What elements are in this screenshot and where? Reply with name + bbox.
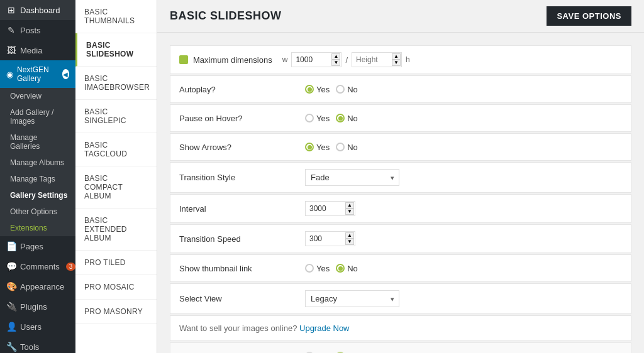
- middle-basic-extended-album[interactable]: BASIC EXTENDED ALBUM: [75, 209, 157, 251]
- submenu-gallery-settings[interactable]: Gallery Settings: [0, 187, 75, 204]
- width-letter: w: [282, 55, 288, 64]
- height-input-wrapper: ▲ ▼: [352, 52, 402, 67]
- thumb-no-radio[interactable]: [336, 264, 345, 273]
- interval-row: Interval ▲ ▼: [170, 194, 631, 223]
- interval-spinners: ▲ ▼: [345, 201, 354, 216]
- middle-basic-imagebrowser[interactable]: BASIC IMAGEBROWSER: [75, 67, 157, 100]
- pages-icon: 📄: [6, 241, 16, 251]
- submenu-manage-tags[interactable]: Manage Tags: [0, 171, 75, 187]
- transition-style-select[interactable]: Fade Slide Zoom: [305, 169, 399, 186]
- submenu-manage-albums[interactable]: Manage Albums: [0, 155, 75, 171]
- arrows-no-radio[interactable]: [336, 143, 345, 151]
- interval-control: ▲ ▼: [305, 201, 622, 216]
- transition-speed-input-wrapper: ▲ ▼: [305, 231, 355, 246]
- sidebar-item-appearance[interactable]: 🎨 Appearance: [0, 276, 75, 296]
- show-arrows-label: Show Arrows?: [179, 143, 305, 152]
- transition-speed-label: Transition Speed: [179, 234, 305, 244]
- upgrade-row: Want to sell your images online? Upgrade…: [170, 315, 631, 341]
- sidebar-item-plugins[interactable]: 🔌 Plugins: [0, 296, 75, 317]
- sidebar-item-media[interactable]: 🖼 Media: [0, 40, 75, 60]
- pause-no-label[interactable]: No: [336, 114, 358, 123]
- transition-speed-up-btn[interactable]: ▲: [345, 232, 354, 239]
- autoplay-no-radio[interactable]: [336, 85, 345, 94]
- sidebar-item-pages[interactable]: 📄 Pages: [0, 236, 75, 256]
- interval-label: Interval: [179, 204, 305, 214]
- sidebar-item-dashboard[interactable]: ⊞ Dashboard: [0, 0, 75, 20]
- interval-up-btn[interactable]: ▲: [345, 202, 354, 209]
- select-view-select-wrapper: Legacy Default: [305, 290, 399, 307]
- max-dimensions-checkbox[interactable]: [179, 55, 188, 64]
- middle-basic-singlepic[interactable]: BASIC SINGLEPIC: [75, 100, 157, 133]
- autoplay-control: Yes No: [305, 85, 622, 94]
- transition-style-label: Transition Style: [179, 173, 305, 182]
- thumb-yes-label[interactable]: Yes: [305, 264, 330, 273]
- main-content: BASIC SLIDESHOW SAVE OPTIONS Maximum dim…: [157, 0, 644, 353]
- submenu-extensions[interactable]: Extensions: [0, 220, 75, 236]
- comments-badge: 3: [66, 263, 75, 271]
- nextgen-badge: ◀: [62, 69, 69, 79]
- show-arrows-control: Yes No: [305, 143, 622, 152]
- arrows-yes-label[interactable]: Yes: [305, 143, 330, 152]
- submenu-add-gallery[interactable]: Add Gallery / Images: [0, 104, 75, 129]
- select-view-label: Select View: [179, 294, 305, 303]
- comments-icon: 💬: [6, 261, 16, 271]
- thumb-no-label[interactable]: No: [336, 264, 358, 273]
- show-arrows-row: Show Arrows? Yes No: [170, 133, 631, 161]
- sidebar-item-posts[interactable]: ✎ Posts: [0, 20, 75, 40]
- autoplay-no-label[interactable]: No: [336, 85, 358, 94]
- sidebar-item-users[interactable]: 👤 Users: [0, 317, 75, 337]
- pause-hover-row: Pause on Hover? Yes No: [170, 104, 631, 132]
- dashboard-icon: ⊞: [6, 5, 16, 15]
- pause-yes-label[interactable]: Yes: [305, 114, 330, 123]
- interval-input-wrapper: ▲ ▼: [305, 201, 355, 216]
- middle-pro-mosaic[interactable]: PRO MOSAIC: [75, 275, 157, 300]
- submenu-other-options[interactable]: Other Options: [0, 204, 75, 220]
- transition-speed-spinners: ▲ ▼: [345, 231, 354, 246]
- autoplay-label: Autoplay?: [179, 85, 305, 94]
- middle-pro-masonry[interactable]: PRO MASONRY: [75, 300, 157, 324]
- page-title: BASIC SLIDESHOW: [170, 9, 282, 23]
- transition-style-select-wrapper: Fade Slide Zoom: [305, 169, 399, 186]
- tools-icon: 🔧: [6, 342, 16, 352]
- enable-ecommerce-row: Enable Ecommerce? Yes No: [170, 342, 631, 353]
- show-thumb-link-row: Show thumbnail link Yes No: [170, 254, 631, 282]
- plugins-icon: 🔌: [6, 301, 16, 312]
- width-spinners: ▲ ▼: [331, 52, 340, 67]
- select-view-select[interactable]: Legacy Default: [305, 290, 399, 307]
- submenu-overview[interactable]: Overview: [0, 88, 75, 104]
- interval-down-btn[interactable]: ▼: [345, 209, 354, 215]
- sidebar-item-comments[interactable]: 💬 Comments 3: [0, 256, 75, 276]
- middle-pro-tiled[interactable]: PRO TILED: [75, 251, 157, 275]
- save-options-button[interactable]: SAVE OPTIONS: [547, 6, 631, 26]
- thumb-yes-radio[interactable]: [305, 264, 314, 273]
- media-icon: 🖼: [6, 45, 16, 55]
- transition-speed-down-btn[interactable]: ▼: [345, 239, 354, 245]
- middle-basic-compact-album[interactable]: BASIC COMPACT ALBUM: [75, 166, 157, 209]
- transition-speed-row: Transition Speed ▲ ▼: [170, 224, 631, 253]
- submenu-manage-galleries[interactable]: Manage Galleries: [0, 129, 75, 155]
- width-down-btn[interactable]: ▼: [331, 60, 340, 66]
- width-up-btn[interactable]: ▲: [331, 53, 340, 60]
- upgrade-now-link[interactable]: Upgrade Now: [299, 323, 350, 333]
- users-icon: 👤: [6, 322, 16, 332]
- height-down-btn[interactable]: ▼: [392, 60, 401, 66]
- middle-basic-thumbnails[interactable]: BASIC THUMBNAILS: [75, 0, 157, 33]
- autoplay-yes-label[interactable]: Yes: [305, 85, 330, 94]
- sidebar-item-nextgen[interactable]: ◉ NextGEN Gallery ◀: [0, 60, 75, 88]
- arrows-no-label[interactable]: No: [336, 143, 358, 152]
- pause-yes-radio[interactable]: [305, 114, 314, 122]
- transition-speed-control: ▲ ▼: [305, 231, 622, 246]
- height-up-btn[interactable]: ▲: [392, 53, 401, 60]
- separator: /: [345, 55, 348, 65]
- arrows-yes-radio[interactable]: [305, 143, 314, 151]
- middle-basic-tagcloud[interactable]: BASIC TAGCLOUD: [75, 133, 157, 166]
- select-view-row: Select View Legacy Default: [170, 283, 631, 314]
- sidebar-item-tools[interactable]: 🔧 Tools: [0, 337, 75, 353]
- nextgen-icon: ◉: [6, 70, 13, 79]
- height-spinners: ▲ ▼: [392, 52, 401, 67]
- transition-style-row: Transition Style Fade Slide Zoom: [170, 162, 631, 193]
- middle-basic-slideshow[interactable]: BASIC SLIDESHOW: [75, 33, 157, 67]
- pause-no-radio[interactable]: [336, 114, 345, 122]
- appearance-icon: 🎨: [6, 281, 16, 291]
- autoplay-yes-radio[interactable]: [305, 85, 314, 94]
